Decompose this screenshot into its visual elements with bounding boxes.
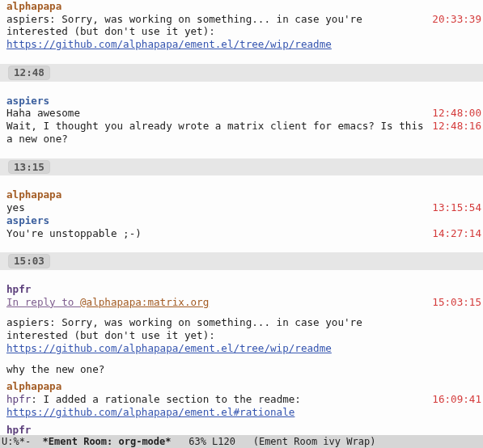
- reply-target-user[interactable]: @alphapapa:matrix.org: [80, 296, 209, 308]
- time-divider: 15:03: [0, 252, 483, 270]
- sender-label: alphapapa: [6, 0, 425, 13]
- message-body: why the new one?: [0, 363, 431, 376]
- url-link[interactable]: https://github.com/alphapapa/ement.el/tr…: [6, 342, 332, 354]
- sender-label: alphapapa: [6, 380, 425, 393]
- message-body: You're unstoppable ;-): [0, 227, 431, 240]
- message-body: aspiers: Sorry, was working on something…: [0, 13, 431, 51]
- sender-label: aspiers: [6, 214, 425, 227]
- timestamp: 14:27:14: [431, 227, 483, 240]
- timestamp: 16:09:41: [431, 393, 483, 406]
- message-body: yes: [0, 201, 431, 214]
- reply-header: In reply to @alphapapa:matrix.org: [0, 296, 431, 309]
- timestamp: 15:03:15: [431, 296, 483, 309]
- message-body: Wait, I thought you already wrote a matr…: [0, 120, 431, 145]
- buffer-name: *Ement Room: org-mode*: [43, 436, 172, 447]
- time-divider: 12:48: [0, 64, 483, 82]
- sender-label: alphapapa: [6, 188, 425, 201]
- chat-scrollback: alphapapa aspiers: Sorry, was working on…: [0, 0, 483, 435]
- url-link[interactable]: https://github.com/alphapapa/ement.el/tr…: [6, 38, 332, 50]
- time-divider: 13:15: [0, 158, 483, 176]
- timestamp: 12:48:16: [431, 120, 483, 133]
- mode-line: U:%*- *Ement Room: org-mode* 63% L120 (E…: [0, 435, 483, 448]
- url-link[interactable]: https://github.com/alphapapa/ement.el#ra…: [6, 406, 294, 418]
- sender-label: aspiers: [6, 95, 425, 108]
- user-mention[interactable]: hpfr: [6, 393, 31, 405]
- timestamp: 12:48:00: [431, 107, 483, 120]
- timestamp: 20:33:39: [431, 13, 483, 26]
- timestamp: 13:15:54: [431, 201, 483, 214]
- quoted-message: aspiers: Sorry, was working on something…: [0, 316, 431, 354]
- sender-label: hpfr: [6, 283, 425, 296]
- message-body: Haha awesome: [0, 107, 431, 120]
- sender-label: hpfr: [6, 424, 425, 435]
- message-body: hpfr: I added a rationale section to the…: [0, 393, 431, 418]
